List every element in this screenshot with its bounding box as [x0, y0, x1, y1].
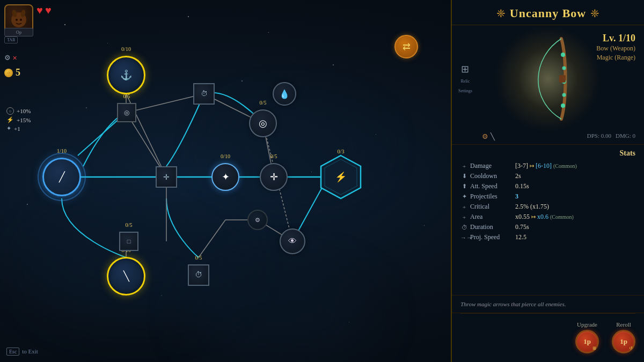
svg-line-15	[199, 220, 225, 257]
stat-projectiles: ✦ Projectiles 3	[460, 191, 635, 202]
dps-icon: ⚙	[482, 132, 488, 141]
node-bird-icon: ✦	[222, 171, 230, 183]
node-top-small[interactable]: ◎ 0/5	[117, 103, 136, 122]
stats-title: Stats	[460, 149, 635, 158]
upgrade-button[interactable]: 1p ⊞	[575, 330, 599, 353]
damage-icon: +	[460, 163, 468, 169]
swap-button[interactable]: ⇄	[394, 35, 418, 58]
node-top-ring[interactable]: □ 0/5	[119, 232, 138, 251]
node-right-sword-label: 0/5	[270, 153, 277, 159]
node-final-hex[interactable]: ⚡ 0/3	[317, 153, 365, 201]
weapon-type: Bow (Weapon)	[596, 44, 635, 53]
reroll-button[interactable]: 1p ↺	[612, 330, 635, 353]
heart-2: ♥	[45, 4, 52, 17]
level-badge: Lv. 1/10 Bow (Weapon) Magic (Range)	[596, 33, 635, 62]
ornament-right: ❈	[590, 7, 599, 20]
stat-att-speed: ⬆ Att. Speed 0.15s	[460, 181, 635, 191]
node-hex-label: 0/3	[338, 149, 345, 154]
node-mid-bird[interactable]: ✦ 0/10	[211, 163, 239, 191]
node-top-right-label: 0/5	[260, 100, 267, 106]
node-top-far-right[interactable]: 💧	[273, 82, 296, 106]
node-bot-large[interactable]: ╲ 0/10	[107, 257, 145, 295]
node-right-sword[interactable]: ✛ 0/5	[260, 163, 288, 191]
node-ring-label: 0/5	[126, 222, 133, 228]
upgrade-button-group[interactable]: Upgrade 1p ⊞	[575, 321, 599, 353]
stat-bonuses: ○ +10% ⚡ +15% ✦ +1	[6, 107, 31, 132]
proj-icon: ✦	[460, 193, 468, 200]
level-text: Lv. 1/10	[596, 33, 635, 44]
reroll-cost: 1p	[620, 337, 627, 346]
node-mid-left[interactable]: ╱ 1/10	[42, 158, 81, 196]
esc-key: Esc	[6, 348, 19, 356]
duration-icon: ⏱	[460, 224, 468, 231]
stat-bonus-3-value: +1	[14, 125, 20, 132]
stat-bonus-2-value: +15%	[17, 117, 31, 123]
upgrade-label: Upgrade	[577, 321, 597, 328]
op-badge: Op	[4, 28, 33, 36]
stat-bonus-3-icon: ✦	[6, 125, 11, 132]
dps-value: DPS: 0.00	[587, 132, 611, 141]
node-bot-icon: ╲	[123, 270, 129, 282]
node-top-icon: ⚓	[120, 69, 132, 81]
dps-row: ⚙ ╲ DPS: 0.00 DMG: 0	[452, 132, 644, 145]
stat-critical: + Critical 2.5% (x1.75)	[460, 202, 635, 212]
node-bot-cross-label: 0/5	[195, 255, 202, 261]
svg-line-9	[126, 94, 204, 113]
stat-damage: + Damage [3-7] ↦ [6-10] (Common)	[460, 161, 635, 171]
reroll-icon: ↺	[629, 346, 633, 351]
proj-speed-icon: →→	[460, 234, 468, 241]
node-top-small-label: 0/5	[123, 93, 130, 99]
svg-point-32	[562, 93, 566, 97]
node-mid-bird-label: 0/10	[221, 153, 230, 159]
reroll-button-group[interactable]: Reroll 1p ↺	[612, 321, 635, 353]
node-sword-icon: ✛	[270, 171, 278, 183]
stat-area: + Area x0.55 ↦ x0.6 (Common)	[460, 212, 635, 222]
node-top-label: 0/10	[121, 46, 131, 52]
svg-point-29	[561, 53, 565, 57]
relic-settings-button[interactable]: ⊞ Relic Settings	[458, 63, 472, 94]
node-bot-round-2[interactable]: 👁	[280, 228, 305, 254]
svg-rect-34	[559, 75, 566, 83]
rune-indicator: ⚙ ✕	[4, 54, 17, 62]
bottom-actions: Upgrade 1p ⊞ Reroll 1p ↺	[452, 314, 644, 362]
skill-tree-panel: ⚓ 0/10 ╱ 1/10 ╲ 0/10 ◎ 0/5 ✛	[0, 0, 451, 362]
att-speed-icon: ⬆	[460, 183, 468, 190]
node-bot-round-1[interactable]: ⚙	[247, 210, 268, 230]
upgrade-cost: 1p	[583, 337, 591, 346]
tab-badge[interactable]: TAB	[4, 36, 18, 43]
area-icon: +	[460, 214, 468, 220]
stats-section: Stats + Damage [3-7] ↦ [6-10] (Common) ⬇…	[452, 145, 644, 295]
svg-point-30	[562, 67, 566, 70]
ornament-left: ❈	[496, 7, 506, 20]
right-panel: ❈ Uncanny Bow ❈ Lv. 1/10 Bow (Weapon) Ma…	[451, 0, 644, 362]
cooldown-icon: ⬇	[460, 173, 468, 180]
node-mid-left-label: 1/10	[57, 148, 67, 154]
heart-1: ♥	[36, 4, 43, 17]
hearts-row: ♥ ♥	[36, 4, 52, 17]
exit-text: to Exit	[22, 348, 38, 354]
node-top-large[interactable]: ⚓ 0/10	[107, 56, 145, 94]
weapon-image-area: Lv. 1/10 Bow (Weapon) Magic (Range) ⊞ Re…	[452, 25, 644, 132]
node-top-right-med[interactable]: ◎ 0/5	[249, 109, 277, 137]
reroll-label: Reroll	[616, 321, 631, 328]
bow-svg	[516, 31, 580, 127]
svg-point-28	[20, 19, 22, 21]
stat-duration: ⏱ Duration 0.75s	[460, 222, 635, 232]
upgrade-icon: ⊞	[592, 346, 596, 351]
weapon-header: ❈ Uncanny Bow ❈	[452, 0, 644, 25]
crit-icon: +	[460, 204, 468, 210]
gold-coin-icon: ○	[4, 69, 13, 77]
relic-label: Relic Settings	[458, 79, 472, 93]
node-top-clock[interactable]: ⏱	[193, 83, 215, 105]
gold-display: ○ 5	[4, 67, 20, 78]
stat-bonus-1-icon: ○	[6, 107, 14, 115]
node-bot-cross[interactable]: ⏱ 0/5	[188, 264, 209, 286]
node-mid-cross[interactable]: ✛	[156, 166, 177, 188]
dmg-icon: ╲	[491, 132, 495, 141]
relic-icon: ⊞	[458, 63, 472, 75]
stat-proj-speed: →→ Proj. Speed 12.5	[460, 232, 635, 242]
gold-amount: 5	[16, 67, 20, 78]
weapon-description: Throw magic arrows that pierce all enemi…	[452, 295, 644, 314]
node-mid-left-icon: ╱	[59, 171, 65, 183]
exit-hint: Esc to Exit	[6, 346, 38, 356]
